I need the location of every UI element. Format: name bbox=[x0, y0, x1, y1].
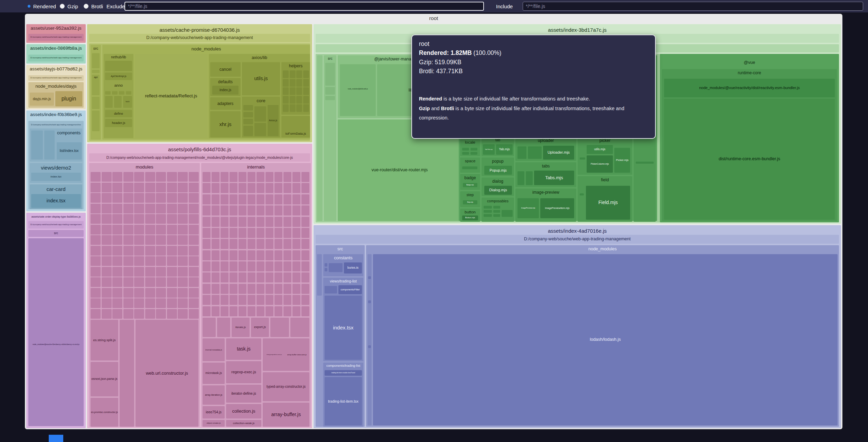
box[interactable] bbox=[256, 239, 264, 249]
badge-mjs[interactable]: Badge.mjs bbox=[463, 183, 477, 187]
toformdata-js[interactable]: toFormData.js bbox=[281, 116, 310, 137]
d-company-web-souche-web-app-trading-management[interactable]: D:/company-web/souche/web-app-trading-ma… bbox=[28, 34, 84, 41]
box[interactable] bbox=[290, 70, 296, 78]
api[interactable]: api bbox=[92, 75, 100, 95]
box[interactable] bbox=[123, 214, 133, 224]
anno[interactable]: anno bbox=[105, 81, 132, 90]
box[interactable] bbox=[167, 204, 177, 213]
box[interactable] bbox=[212, 295, 220, 305]
box[interactable] bbox=[283, 239, 291, 249]
box[interactable] bbox=[248, 239, 255, 249]
string-punycode-to-ascii-js[interactable]: string-punycode-to-ascii.js bbox=[264, 353, 284, 357]
box[interactable] bbox=[203, 194, 211, 204]
microtask-js[interactable]: microtask.js bbox=[203, 363, 225, 384]
d-company-web-souche-web-app-trading-management[interactable]: D:/company-web/souche/web-app-trading-ma… bbox=[316, 235, 839, 244]
box[interactable] bbox=[134, 256, 144, 266]
box[interactable] bbox=[120, 320, 134, 427]
d-company-web-souche-web-app-trading-management[interactable]: D:/company-web/souche/web-app-trading-ma… bbox=[28, 221, 84, 229]
box[interactable] bbox=[178, 298, 188, 308]
radio-selected-icon[interactable] bbox=[28, 5, 30, 8]
box[interactable] bbox=[102, 256, 112, 266]
box[interactable] bbox=[256, 228, 264, 238]
box[interactable] bbox=[265, 194, 273, 204]
box[interactable] bbox=[256, 250, 264, 260]
node-modules-souche-f2e-ubency-ui-dist-ubency-ui[interactable]: node_modules/@souche-f2e/ubency-ui/dist/… bbox=[30, 343, 82, 347]
box[interactable] bbox=[123, 235, 133, 245]
box[interactable] bbox=[123, 256, 133, 266]
box[interactable] bbox=[221, 183, 228, 193]
box[interactable] bbox=[44, 131, 55, 160]
box[interactable] bbox=[156, 309, 166, 319]
box[interactable] bbox=[189, 214, 199, 224]
box[interactable] bbox=[368, 276, 371, 279]
box[interactable] bbox=[134, 204, 144, 213]
box[interactable] bbox=[292, 261, 300, 271]
box[interactable] bbox=[274, 239, 282, 249]
reflect-metadata-reflect-js[interactable]: reflect-metadata/Reflect.js bbox=[135, 54, 207, 138]
box[interactable] bbox=[203, 172, 211, 182]
box[interactable] bbox=[292, 183, 300, 193]
tab-mjs[interactable]: Tab.mjs bbox=[496, 144, 513, 155]
box[interactable] bbox=[145, 267, 155, 277]
box[interactable] bbox=[296, 96, 302, 104]
box[interactable] bbox=[292, 284, 300, 294]
radio-gzip-label[interactable]: Gzip bbox=[67, 3, 78, 9]
box[interactable] bbox=[134, 235, 144, 245]
box[interactable] bbox=[239, 217, 246, 227]
box[interactable] bbox=[112, 267, 122, 277]
box[interactable] bbox=[265, 295, 273, 305]
fetch[interactable]: fetch bbox=[123, 96, 132, 108]
box[interactable] bbox=[283, 70, 289, 78]
box[interactable] bbox=[112, 225, 122, 234]
box[interactable] bbox=[105, 96, 113, 108]
box[interactable] bbox=[167, 172, 177, 182]
box[interactable] bbox=[126, 91, 131, 95]
box[interactable] bbox=[301, 228, 309, 238]
box[interactable] bbox=[134, 298, 144, 308]
radio-rendered[interactable]: Rendered bbox=[28, 0, 56, 12]
box[interactable] bbox=[212, 306, 220, 316]
box[interactable] bbox=[329, 263, 343, 272]
box[interactable] bbox=[283, 172, 291, 182]
box[interactable] bbox=[290, 96, 296, 104]
components-filter[interactable]: components/Filter bbox=[338, 285, 362, 294]
box[interactable] bbox=[292, 172, 300, 182]
box[interactable] bbox=[123, 183, 133, 192]
box[interactable] bbox=[178, 246, 188, 256]
box[interactable] bbox=[102, 193, 112, 203]
box[interactable] bbox=[368, 345, 371, 348]
imagepreview-mjs[interactable]: ImagePreview.mjs bbox=[517, 198, 539, 218]
box[interactable] bbox=[212, 284, 220, 294]
radio-brotli-label[interactable]: Brotli bbox=[91, 3, 103, 9]
box[interactable] bbox=[102, 214, 112, 224]
box[interactable] bbox=[91, 298, 101, 308]
box[interactable] bbox=[296, 79, 302, 87]
box[interactable] bbox=[203, 272, 211, 282]
box[interactable] bbox=[301, 261, 309, 271]
box[interactable] bbox=[265, 284, 273, 294]
d-company-web-souche-web-app-trading-management-[interactable]: D:/company-web/souche/web-app-trading-ma… bbox=[30, 122, 82, 127]
box[interactable] bbox=[92, 110, 100, 131]
box[interactable] bbox=[636, 162, 654, 164]
box[interactable] bbox=[134, 193, 144, 203]
box[interactable] bbox=[265, 250, 273, 260]
box[interactable] bbox=[265, 272, 273, 282]
box[interactable] bbox=[248, 295, 255, 305]
box[interactable] bbox=[167, 225, 177, 234]
box[interactable] bbox=[156, 235, 166, 245]
box[interactable] bbox=[248, 306, 255, 316]
index-tsx[interactable]: index.tsx bbox=[325, 296, 362, 360]
box[interactable] bbox=[265, 228, 273, 238]
box[interactable] bbox=[123, 225, 133, 234]
box[interactable] bbox=[243, 112, 253, 117]
web-url-constructor-js[interactable]: web.url.constructor.js bbox=[136, 320, 198, 427]
index-tsx[interactable]: index.tsx bbox=[31, 194, 81, 208]
box[interactable] bbox=[283, 87, 289, 95]
es-promise-constructor-js[interactable]: es.promise.constructor.js bbox=[91, 398, 118, 427]
pickercolumn-mjs[interactable]: PickerColumn.mjs bbox=[587, 155, 613, 173]
box[interactable] bbox=[230, 205, 237, 215]
box[interactable] bbox=[114, 96, 122, 108]
box[interactable] bbox=[528, 146, 542, 159]
box[interactable] bbox=[367, 254, 372, 425]
exclude-input[interactable] bbox=[124, 2, 484, 11]
